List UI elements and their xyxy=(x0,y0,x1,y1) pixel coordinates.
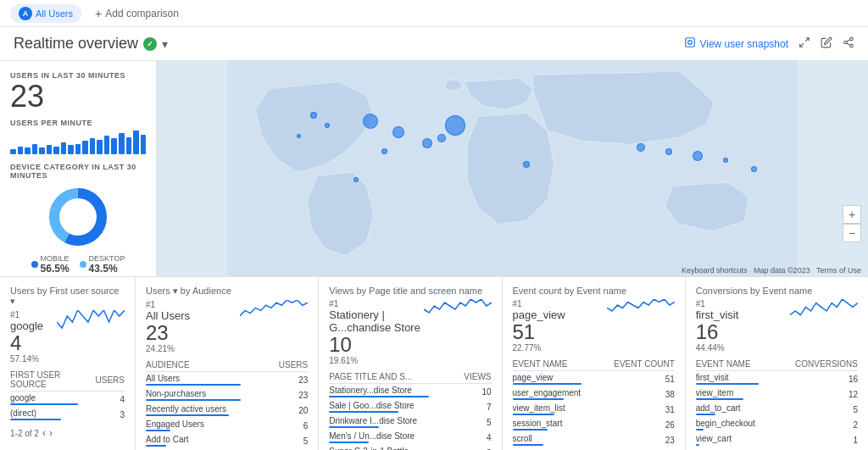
user-pill[interactable]: A All Users xyxy=(10,4,81,23)
top-nav: A All Users + Add comparison xyxy=(0,0,868,27)
row-name: view_cart xyxy=(696,432,775,447)
map-bubble xyxy=(363,114,378,129)
card-top: #1 Stationery | G...chandise Store 10 19… xyxy=(329,299,491,365)
card-metric-value: 23 xyxy=(146,322,190,344)
zoom-out-btn[interactable]: − xyxy=(843,224,861,242)
row-value: 23 xyxy=(598,432,675,447)
row-bar xyxy=(696,383,759,385)
card-metric-name: google xyxy=(10,319,43,332)
col1-header: AUDIENCE xyxy=(146,358,264,372)
prev-page-btn[interactable]: ‹ xyxy=(42,427,46,439)
row-value: 10 xyxy=(453,384,492,400)
dropdown-arrow-icon[interactable]: ▾ xyxy=(162,37,168,51)
map-bubble xyxy=(353,177,359,182)
table-row: All Users 23 xyxy=(146,372,308,388)
row-name: Engaged Users xyxy=(146,418,264,433)
row-bar xyxy=(513,429,548,431)
row-name: Add to Cart xyxy=(146,433,264,448)
bar-segment xyxy=(111,138,117,154)
edit-icon[interactable] xyxy=(821,36,832,51)
card-table: FIRST USER SOURCE USERS google 4 (direct… xyxy=(10,369,125,422)
next-page-btn[interactable]: › xyxy=(49,427,53,439)
bar-segment xyxy=(119,133,125,154)
row-bar xyxy=(10,403,78,405)
card-metric-pct: 24.21% xyxy=(146,344,190,353)
row-name: add_to_cart xyxy=(696,402,775,417)
row-value: 38 xyxy=(598,386,675,402)
row-bar xyxy=(513,383,581,385)
table-row: view_item_list 31 xyxy=(513,402,675,417)
card-metric-name: Stationery | G...chandise Store xyxy=(329,308,423,334)
svg-line-2 xyxy=(805,38,809,42)
row-name: All Users xyxy=(146,372,264,388)
map-footer: Keyboard shortcuts Map data ©2023 Terms … xyxy=(682,266,861,275)
row-name: Men's / Un...dise Store xyxy=(329,430,453,445)
row-bar xyxy=(329,442,369,443)
bar-segment xyxy=(18,147,24,154)
card-table: EVENT NAME CONVERSIONS first_visit 16 vi… xyxy=(696,358,858,447)
card-metric-pct: 44.44% xyxy=(696,343,739,353)
table-row: scroll 23 xyxy=(513,432,675,447)
zoom-in-btn[interactable]: + xyxy=(843,205,861,224)
row-bar xyxy=(696,444,700,446)
row-name: scroll xyxy=(513,432,598,447)
bar-segment xyxy=(47,145,53,154)
card-metric: #1 google 4 57.14% xyxy=(10,310,43,364)
left-panel: USERS IN LAST 30 MINUTES 23 USERS PER MI… xyxy=(0,61,157,276)
card-event-count: Event count by Event name #1 page_view 5… xyxy=(503,277,686,450)
card-metric-pct: 22.77% xyxy=(513,343,565,353)
table-row: view_item 12 xyxy=(696,386,858,402)
bottom-section: Users by First user source ▾ #1 google 4… xyxy=(0,276,868,450)
svg-line-3 xyxy=(800,43,804,47)
card-sparkline xyxy=(424,299,492,325)
row-bar xyxy=(146,414,229,416)
bar-segment xyxy=(104,136,110,154)
page-header: Realtime overview ▾ View user snapshot xyxy=(0,27,868,61)
row-bar xyxy=(146,445,166,447)
card-title: Conversions by Event name xyxy=(696,286,858,296)
table-row: Sale | Goo...dise Store 7 xyxy=(329,399,491,414)
row-bar xyxy=(513,398,565,400)
row-bar xyxy=(329,396,428,397)
row-value: 4 xyxy=(96,392,125,408)
col1-header: EVENT NAME xyxy=(513,358,598,371)
user-avatar: A xyxy=(19,7,32,20)
desktop-value: 43.5% xyxy=(89,263,125,275)
map-bubble xyxy=(693,151,703,161)
row-value: 3 xyxy=(96,407,125,422)
users-30min-value: 23 xyxy=(10,81,146,112)
bar-segment xyxy=(25,147,31,154)
share-icon[interactable] xyxy=(843,36,854,51)
col2-header: VIEWS xyxy=(453,370,492,384)
table-row: Add to Cart 5 xyxy=(146,433,308,448)
fullscreen-icon[interactable] xyxy=(798,36,810,51)
table-row: Men's / Un...dise Store 4 xyxy=(329,430,491,445)
table-row: Super G 2-in-1 Bottle 3 xyxy=(329,445,491,450)
add-comparison-btn[interactable]: + Add comparison xyxy=(88,4,186,23)
row-name: Recently active users xyxy=(146,403,264,418)
bar-segment xyxy=(53,147,59,154)
card-metric: #1 All Users 23 24.21% xyxy=(146,300,190,353)
bar-segment xyxy=(61,142,67,154)
bar-segment xyxy=(75,144,81,154)
row-bar xyxy=(10,419,61,420)
view-snapshot-btn[interactable]: View user snapshot xyxy=(684,36,788,51)
page-title: Realtime overview ▾ xyxy=(14,35,168,53)
card-metric: #1 page_view 51 22.77% xyxy=(513,299,565,353)
row-bar xyxy=(146,384,241,386)
snapshot-icon xyxy=(684,36,696,51)
card-sparkline xyxy=(790,299,858,325)
world-map-svg xyxy=(157,61,868,276)
map-bubble xyxy=(665,148,672,155)
table-row: google 4 xyxy=(10,392,125,408)
table-header-row: PAGE TITLE AND S... VIEWS xyxy=(329,370,491,384)
users-per-minute-label: USERS PER MINUTE xyxy=(10,119,146,127)
row-bar xyxy=(696,429,704,431)
row-name: view_item_list xyxy=(513,402,598,417)
row-name: (direct) xyxy=(10,407,96,422)
row-value: 26 xyxy=(598,417,675,432)
table-row: session_start 26 xyxy=(513,417,675,432)
row-bar xyxy=(329,411,398,413)
card-rank: #1 xyxy=(329,299,423,308)
svg-line-8 xyxy=(847,40,850,42)
